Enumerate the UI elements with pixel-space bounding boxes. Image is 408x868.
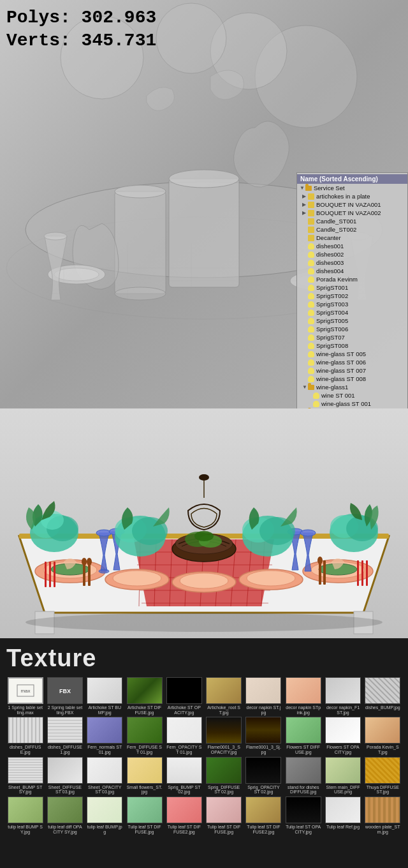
hierarchy-item[interactable]: Decanter (297, 234, 407, 242)
texture-item[interactable]: Stem main_DIFFUSE.png (324, 757, 361, 795)
bulb-icon (308, 285, 316, 291)
hierarchy-item[interactable]: SprigST006 (297, 325, 407, 333)
texture-item[interactable]: Flame0001_3_S OPACITY.jpg (205, 717, 242, 754)
texture-thumb (127, 717, 163, 744)
svg-point-59 (194, 531, 214, 541)
hierarchy-item[interactable]: ▼ wine-glass1 (297, 383, 407, 391)
texture-thumb (166, 677, 202, 704)
texture-item[interactable]: dishes_DIFFUSE1.jpg (46, 717, 84, 754)
hierarchy-item[interactable]: wine-glass ST 008 (297, 375, 407, 383)
texture-thumb (245, 797, 281, 823)
texture-thumb (365, 677, 400, 704)
texture-item[interactable]: dishes_BUMP.jpg (364, 677, 402, 715)
hierarchy-item[interactable]: Candle_ST002 (297, 225, 407, 234)
texture-item[interactable]: wooden plate_STm.jpg (364, 797, 402, 834)
texture-label: Tulip leaf ST DIFFUSE.jpg (206, 825, 242, 834)
texture-item[interactable]: max 1 Spring table setting.max (6, 677, 44, 715)
item-label: dishes003 (316, 259, 344, 266)
hierarchy-item[interactable]: SprigST07 (297, 333, 407, 341)
texture-item[interactable]: Flowers ST DIFFUSE.jpg (284, 717, 322, 754)
texture-item[interactable]: decor napkin_F1ST.jpg (324, 677, 361, 715)
texture-item[interactable]: Tulip leaf ST DIFFUSE.jpg (126, 797, 163, 834)
hierarchy-item[interactable]: dishes004 (297, 267, 407, 275)
svg-rect-67 (54, 562, 55, 587)
texture-item[interactable]: Artichoke ST BUMP.jpg (86, 677, 124, 715)
svg-point-9 (156, 3, 226, 73)
texture-item[interactable]: Tulip leaf ST OPACITY.jpg (284, 797, 322, 834)
svg-point-69 (82, 558, 87, 565)
hierarchy-item[interactable]: wine-glass ST 007 (297, 366, 407, 375)
texture-item[interactable]: Sprig_DIFFUSE ST 02.jpg (205, 757, 242, 795)
stats-overlay: Polys: 302.963 Verts: 345.731 (6, 6, 156, 53)
texture-item[interactable]: Tulip leaf ST DIFFUSE2.jpg (165, 797, 203, 834)
hierarchy-item[interactable]: dishes001 (297, 242, 407, 250)
svg-rect-74 (366, 560, 368, 586)
hierarchy-item[interactable]: SprigST003 (297, 300, 407, 308)
texture-item[interactable]: Fern_normals ST 01.jpg (86, 717, 124, 754)
viewport-3d-colored[interactable] (0, 408, 408, 638)
texture-item[interactable]: dishes_DIFFUSE.jpg (6, 717, 44, 754)
hierarchy-item[interactable]: SprigST002 (297, 292, 407, 300)
texture-item[interactable]: Fern_OPACITY ST 01.jpg (165, 717, 203, 754)
texture-item[interactable]: Porada Kevin_ST.jpg (364, 717, 402, 754)
hierarchy-item[interactable]: wine-glass ST 005 (297, 350, 407, 358)
texture-item[interactable]: Artichoke_root ST.jpg (205, 677, 242, 715)
texture-item[interactable]: Flame0001_3_Sj.pg (245, 717, 282, 754)
texture-thumb (87, 677, 122, 704)
texture-item[interactable]: Flowers ST OPACITY.jpg (324, 717, 361, 754)
texture-item[interactable]: decor napkin ST.jpg (245, 677, 282, 715)
mesh-icon (308, 235, 316, 241)
texture-thumb (47, 717, 83, 744)
texture-item[interactable]: FBX 2 Spring table setting.FBX (46, 677, 84, 715)
texture-item[interactable]: Small flowers_ST.jpg (126, 757, 163, 795)
hierarchy-item[interactable]: Candle_ST001 (297, 217, 407, 225)
expand-arrow: ▼ (302, 384, 307, 390)
hierarchy-item[interactable]: wine-glass ST 001 (297, 400, 407, 408)
hierarchy-item[interactable]: wine ST 001 (297, 391, 407, 400)
item-label: wine-glass1 (316, 384, 348, 391)
texture-item[interactable]: Sprig_OPACITY ST 02.jpg (245, 757, 282, 795)
viewport-3d-wireframe[interactable]: Polys: 302.963 Verts: 345.731 Name (Sort… (0, 0, 408, 408)
hierarchy-item[interactable]: SprigST005 (297, 317, 407, 325)
texture-item[interactable]: tulip leaf BUMP.jpg (86, 797, 124, 834)
texture-item[interactable]: tulip leaf diff OPACITY SY.jpg (46, 797, 84, 834)
texture-item[interactable]: Tulip leaf ST DIFFUSE2.jpg (245, 797, 282, 834)
hierarchy-item[interactable]: SprigST004 (297, 308, 407, 317)
texture-item[interactable]: Tulip leaf Ref.jpg (324, 797, 361, 834)
texture-thumb: FBX (47, 677, 83, 704)
texture-item[interactable]: Sprig_BUMP ST 02.jpg (165, 757, 203, 795)
texture-item[interactable]: stand for dishes DIFFUSE.jpg (284, 757, 322, 795)
item-label: dishes001 (316, 243, 344, 250)
hierarchy-item[interactable]: ▶ BOUQUET IN VAZA001 (297, 200, 407, 209)
hierarchy-item[interactable]: ▶ artichokes in a plate (297, 192, 407, 200)
svg-point-15 (44, 232, 67, 240)
texture-thumb (286, 757, 321, 784)
hierarchy-item[interactable]: Porada Kevinm (297, 275, 407, 283)
texture-thumb (166, 757, 202, 784)
texture-item[interactable]: decor napkin STpink.jpg (284, 677, 322, 715)
texture-section: Texture max 1 Spring table setting.max F… (0, 638, 408, 838)
hierarchy-item[interactable]: SprigST001 (297, 283, 407, 292)
svg-rect-2 (115, 191, 166, 294)
hierarchy-panel[interactable]: Name (Sorted Ascending) ▼ Service Set ▶ … (296, 172, 408, 408)
hierarchy-item[interactable]: ▶ BOUQUET IN VAZA002 (297, 209, 407, 217)
hierarchy-item[interactable]: dishes002 (297, 250, 407, 258)
hierarchy-item[interactable]: wine-glass ST 006 (297, 358, 407, 366)
texture-item[interactable]: Sheet_DIFFUSE ST 03.jpg (46, 757, 84, 795)
texture-item[interactable]: Fern_DIFFUSE ST 01.jpg (126, 717, 163, 754)
texture-item[interactable]: Artichoke ST DIFFUSE.jpg (126, 677, 163, 715)
hierarchy-item[interactable]: dishes003 (297, 258, 407, 267)
texture-thumb (87, 797, 122, 823)
texture-item[interactable]: Sheet_BUMP ST SY.jpg (6, 757, 44, 795)
texture-item[interactable]: tulip leaf BUMP SY.jpg (6, 797, 44, 834)
texture-thumb (365, 717, 400, 744)
texture-item[interactable]: Artichoke ST OPACITY.jpg (165, 677, 203, 715)
texture-item[interactable]: Thuya DIFFUSE ST.jpg (364, 757, 402, 795)
hierarchy-item[interactable]: ▼ Service Set (297, 184, 407, 192)
texture-item[interactable]: Tulip leaf ST DIFFUSE.jpg (205, 797, 242, 834)
texture-item[interactable]: Sheet_OPACITY ST 03.jpg (86, 757, 124, 795)
texture-thumb (8, 797, 43, 823)
colored-scene (0, 408, 408, 638)
hierarchy-item[interactable]: ▶ wine-glass2 (297, 408, 407, 408)
hierarchy-item[interactable]: SprigST008 (297, 341, 407, 350)
